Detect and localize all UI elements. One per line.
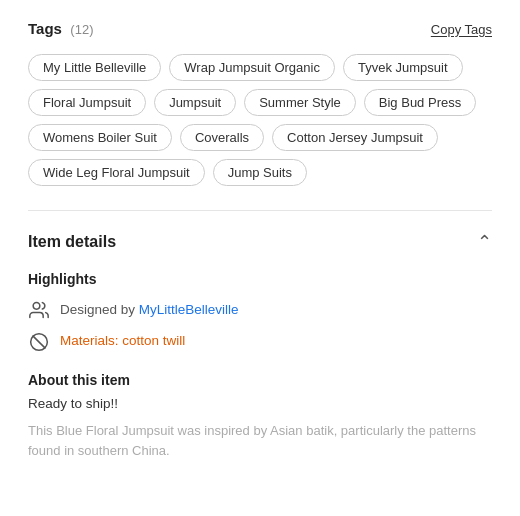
- designer-icon: [28, 299, 50, 320]
- materials-icon: [28, 330, 50, 351]
- tag-pill[interactable]: Womens Boiler Suit: [28, 124, 172, 151]
- section-divider: [28, 210, 492, 211]
- tags-count: (12): [70, 22, 93, 37]
- materials-label: Materials:: [60, 333, 122, 348]
- tags-title-group: Tags (12): [28, 20, 93, 38]
- tag-pill[interactable]: Wrap Jumpsuit Organic: [169, 54, 335, 81]
- item-details-title: Item details: [28, 233, 116, 251]
- tag-pill[interactable]: Floral Jumpsuit: [28, 89, 146, 116]
- about-description: This Blue Floral Jumpsuit was inspired b…: [28, 421, 492, 463]
- copy-tags-button[interactable]: Copy Tags: [431, 22, 492, 37]
- svg-point-0: [33, 303, 40, 310]
- highlights-section: Highlights Designed by MyLittleBellevill…: [28, 271, 492, 352]
- materials-row: Materials: cotton twill: [28, 330, 492, 351]
- item-details-header: Item details ⌃: [28, 231, 492, 253]
- tag-pill[interactable]: Cotton Jersey Jumpsuit: [272, 124, 438, 151]
- about-title: About this item: [28, 372, 492, 388]
- highlights-title: Highlights: [28, 271, 492, 287]
- tag-pill[interactable]: Jump Suits: [213, 159, 307, 186]
- tags-container: My Little BellevilleWrap Jumpsuit Organi…: [28, 54, 492, 186]
- chevron-up-icon[interactable]: ⌃: [477, 231, 492, 253]
- tag-pill[interactable]: Big Bud Press: [364, 89, 476, 116]
- designer-row: Designed by MyLittleBelleville: [28, 299, 492, 320]
- designer-text: Designed by MyLittleBelleville: [60, 302, 239, 317]
- materials-value: cotton twill: [122, 333, 185, 348]
- tag-pill[interactable]: Wide Leg Floral Jumpsuit: [28, 159, 205, 186]
- about-section: About this item Ready to ship!! This Blu…: [28, 372, 492, 463]
- svg-line-2: [33, 336, 45, 348]
- ready-to-ship-text: Ready to ship!!: [28, 396, 492, 411]
- tag-pill[interactable]: My Little Belleville: [28, 54, 161, 81]
- tag-pill[interactable]: Jumpsuit: [154, 89, 236, 116]
- materials-text: Materials: cotton twill: [60, 333, 185, 348]
- tag-pill[interactable]: Coveralls: [180, 124, 264, 151]
- tag-pill[interactable]: Summer Style: [244, 89, 356, 116]
- tag-pill[interactable]: Tyvek Jumpsuit: [343, 54, 463, 81]
- designer-link[interactable]: MyLittleBelleville: [139, 302, 239, 317]
- tags-header: Tags (12) Copy Tags: [28, 20, 492, 38]
- tags-title: Tags: [28, 20, 62, 37]
